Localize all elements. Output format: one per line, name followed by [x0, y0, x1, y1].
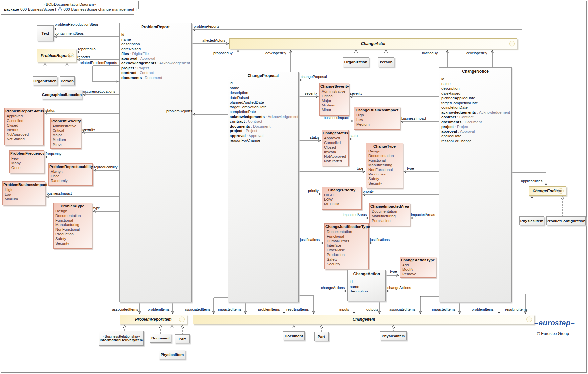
edge-label: severity: [305, 91, 317, 95]
attribute-row: plannedAppliedDate: [441, 96, 511, 101]
edge-label: type: [357, 166, 363, 170]
node-problem-severity[interactable]: ProblemSeverityAdministrativeCriticalMaj…: [50, 118, 81, 149]
node-title: ChangeBusinessImpact: [354, 107, 400, 113]
attribute-row: name: [121, 37, 191, 42]
attribute-row: dateRaised: [441, 91, 511, 96]
node-part-b1[interactable]: Part: [175, 334, 190, 343]
node-title: ProblemBusinessImpact: [3, 182, 45, 187]
node-organization-left[interactable]: Organization: [33, 76, 57, 85]
node-physical-item-b1[interactable]: PhysicalItem: [159, 350, 185, 359]
node-problem-reporter[interactable]: ProblemReporter: [37, 49, 76, 62]
attribute-row: id: [350, 279, 385, 284]
node-part-b2[interactable]: Part: [314, 332, 329, 341]
node-change-actor[interactable]: ChangeActor: [229, 38, 517, 49]
node-change-priority[interactable]: ChangePriorityHIGHLOWMEDIUM: [322, 187, 362, 210]
node-change-action-type[interactable]: ChangeActionTypeAddModifyRemove: [400, 257, 436, 278]
enum-item: Functional: [55, 218, 92, 222]
node-document-b1[interactable]: Document: [150, 334, 171, 343]
node-title: ChangeSeverity: [320, 83, 349, 89]
enum-item: Manufacturing: [372, 214, 410, 218]
node-information-delivery-item[interactable]: «BusinessRelationship»InformationDeliver…: [99, 331, 144, 346]
node-change-status[interactable]: ChangeStatusApprovedCancelledClosedInWor…: [322, 130, 349, 166]
node-title: ProblemReportItem: [120, 315, 187, 324]
node-change-action[interactable]: ChangeActionidnamedescription: [347, 270, 386, 301]
node-organization-top[interactable]: Organization: [343, 57, 369, 67]
node-title: GeographicalLocation: [42, 93, 82, 97]
node-change-justification-type[interactable]: ChangeJustificationTypeDocumentationFunc…: [324, 223, 369, 269]
enum-item: Security: [55, 241, 92, 245]
attribute-row: approval : Approval: [441, 129, 511, 134]
enum-item-list: AlwaysOnceRandomly: [49, 169, 92, 183]
edge-label: justifications: [370, 238, 390, 242]
edge-label: reproducability: [94, 165, 118, 169]
edge-label: severity: [350, 91, 362, 95]
node-product-configuration[interactable]: ProductConfiguration: [546, 216, 586, 225]
attribute-row: completionDate: [230, 109, 298, 114]
node-change-proposal[interactable]: ChangeProposalidnamedescriptiondateRaise…: [228, 72, 299, 302]
enum-item-list: FewManyOnce: [10, 156, 44, 170]
node-geographical-location[interactable]: GeographicalLocation: [42, 90, 82, 99]
edge-label: impactedItems: [218, 307, 242, 311]
node-physical-item-right[interactable]: PhysicalItem: [519, 216, 544, 225]
attribute-row: targetCompletionDate: [441, 101, 511, 105]
attribute-row: dateRaised: [230, 95, 298, 100]
node-person-top[interactable]: Person: [378, 57, 394, 67]
enum-item: Modify: [402, 267, 436, 272]
collapsed-indicator-icon: [558, 188, 564, 194]
node-problem-frequency[interactable]: ProblemFrequencyFewManyOnce: [9, 150, 44, 173]
attribute-row: plannedAppliedDate: [230, 100, 298, 105]
attribute-row: dateRaised: [121, 47, 191, 52]
node-document-b2[interactable]: Document: [283, 331, 305, 340]
attribute-row: project : Project: [230, 129, 298, 133]
node-problem-report[interactable]: ProblemReportidnamedescriptiondateRaised…: [119, 23, 192, 302]
node-title: ProblemReproducability: [49, 164, 92, 169]
node-change-type[interactable]: ChangeTypeDesignDocumentationFunctionalM…: [366, 143, 403, 188]
node-title: PhysicalItem: [382, 334, 405, 338]
node-problem-report-status[interactable]: ProblemReportStatusApprovedCancelledClos…: [4, 108, 44, 145]
node-change-severity[interactable]: ChangeSeverityAdministrativeCriticalMajo…: [319, 83, 349, 116]
enum-item: Major: [53, 133, 81, 137]
attribute-row: name: [350, 284, 385, 289]
logo-dash-right: –: [571, 319, 575, 327]
node-title: ProblemReportStatus: [5, 108, 43, 114]
enum-item: Manufacturing: [368, 163, 403, 167]
edge-label: notifiedBy: [422, 51, 438, 55]
collapsed-indicator-icon: [68, 53, 74, 58]
node-title: Part: [179, 337, 186, 341]
node-title: Document: [285, 334, 303, 338]
attribute-list: idnamedescription: [348, 279, 385, 294]
node-title: PhysicalItem: [520, 219, 543, 223]
edge-label: businessImpact: [401, 116, 426, 120]
node-change-item[interactable]: ChangeItem: [193, 315, 534, 324]
node-change-end-item[interactable]: ChangeEndItem: [529, 186, 566, 196]
enum-item: Design: [368, 149, 403, 153]
enum-item: Medium: [53, 137, 81, 142]
node-person-left[interactable]: Person: [60, 76, 75, 85]
enum-item: NotStarted: [7, 137, 43, 141]
enum-item-list: DocumentationManufacturingPurchasing: [370, 209, 410, 223]
attribute-row: description: [441, 86, 511, 91]
node-change-impacted-area[interactable]: ChangeImpactedAreaDocumentationManufactu…: [369, 203, 410, 226]
attribute-row: acknowledgements : Acknowledgement: [121, 61, 191, 66]
edge-label: resultingItems: [505, 307, 527, 311]
edge-label: affectedActors: [202, 38, 225, 42]
node-change-notice[interactable]: ChangeNoticeidnamedescriptiondateRaisedp…: [439, 67, 512, 302]
bracket-open: [: [55, 7, 56, 11]
diagram-stereotype: «BObjDocumentationDiagram»: [1, 2, 138, 6]
enum-item: Closed: [324, 145, 348, 150]
node-problem-reproducability[interactable]: ProblemReproducabilityAlwaysOnceRandomly: [48, 163, 93, 186]
enum-item: Medium: [322, 103, 349, 107]
node-text[interactable]: Text: [37, 25, 54, 41]
node-change-business-impact[interactable]: ChangeBusinessImpactHighLowMedium: [354, 107, 400, 130]
node-physical-item-b2[interactable]: PhysicalItem: [380, 331, 407, 340]
enum-item: Remove: [402, 272, 436, 276]
node-problem-business-impact[interactable]: ProblemBusinessImpactHighLowMedium: [2, 181, 45, 205]
node-title: ProblemType: [54, 203, 92, 209]
node-title: ChangeImpactedArea: [370, 203, 410, 209]
node-problem-report-item[interactable]: ProblemReportItem: [120, 315, 187, 324]
attribute-row: reasonForChange: [441, 139, 511, 144]
edge-label: frequency: [46, 152, 61, 156]
enum-item: NotApproved: [324, 154, 348, 159]
node-problem-type[interactable]: ProblemTypeDesignDocumentationFunctional…: [53, 203, 92, 249]
enum-item: Security: [368, 181, 403, 186]
